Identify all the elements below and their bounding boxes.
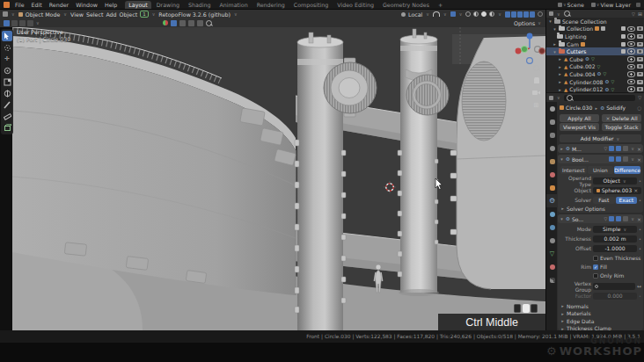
expand-icon[interactable]: ▸ <box>558 87 562 92</box>
toggle-stack-button[interactable]: Toggle Stack <box>602 123 641 131</box>
render-visibility-icon[interactable] <box>637 49 643 54</box>
navigation-gizmo[interactable] <box>513 32 546 65</box>
shading-rendered-icon[interactable] <box>489 11 494 17</box>
gizmo-toggle-icon[interactable] <box>538 11 543 17</box>
animate-dot-icon[interactable]: • <box>639 236 641 242</box>
tool-option-icon[interactable] <box>4 20 10 26</box>
menu-select[interactable]: Select <box>86 11 103 18</box>
active-addon-icon[interactable] <box>171 20 177 26</box>
display-mode-icon[interactable] <box>549 11 553 16</box>
outliner-row-collection[interactable]: ▾ Collection <box>546 25 644 33</box>
operand-type-dropdown[interactable]: Object ∨ <box>593 177 637 185</box>
only-rim-checkbox[interactable] <box>593 273 598 279</box>
hide-eye-icon[interactable] <box>627 71 635 77</box>
outliner-row-cube-002[interactable]: ▸ ▲ Cube.002 ▽ <box>546 63 644 71</box>
panel-normals[interactable]: ▸ Normals <box>560 302 640 309</box>
properties-search-input[interactable] <box>564 95 635 101</box>
tool-annotate[interactable] <box>2 99 12 110</box>
pin-icon[interactable]: ○ <box>637 105 641 111</box>
outliner-row-cutters[interactable]: ▾ Cutters <box>546 47 644 55</box>
chevron-down-icon[interactable]: ∨ <box>596 2 600 7</box>
mode-dropdown[interactable]: Object Mode <box>26 11 61 18</box>
add-modifier-dropdown[interactable]: Add Modifier ∨ <box>560 134 641 142</box>
tool-move[interactable]: ✛ <box>2 54 12 64</box>
hide-eye-icon[interactable] <box>627 41 635 47</box>
operation-intersect[interactable]: Intersect <box>560 166 587 174</box>
offset-field[interactable]: -1.0000 <box>593 245 637 252</box>
expand-icon[interactable]: ▾ <box>553 26 557 32</box>
outliner-row-cylinder-008[interactable]: ▸ ▲ Cylinder.008 ⚙ ▽ <box>546 78 644 86</box>
render-toggle[interactable] <box>616 156 621 162</box>
apply-all-button[interactable]: Apply All <box>560 114 599 122</box>
extras-menu-icon[interactable]: ∨ <box>631 156 634 162</box>
extra-toggle[interactable] <box>623 216 628 221</box>
hide-eye-icon[interactable] <box>627 79 635 85</box>
exclude-checkbox[interactable] <box>621 49 626 54</box>
overlay-toggles[interactable] <box>505 11 535 18</box>
retopoflow-dropdown[interactable]: RetopoFlow 3.2.6 (github) <box>158 11 231 18</box>
search-icon[interactable] <box>564 11 570 17</box>
viewport-vis-button[interactable]: Viewport Vis <box>560 123 599 131</box>
expand-icon[interactable]: ▸ <box>558 56 562 62</box>
viewport-3d[interactable] <box>12 27 545 330</box>
menu-view[interactable]: View <box>70 11 84 18</box>
close-icon[interactable]: × <box>637 156 641 163</box>
tool-option-icon[interactable] <box>11 20 18 26</box>
expand-icon[interactable]: ▸ <box>553 41 557 47</box>
panel-materials[interactable]: ▸ Materials <box>560 310 640 317</box>
animate-dot-icon[interactable]: • <box>639 178 641 184</box>
render-visibility-icon[interactable] <box>637 57 643 62</box>
extra-toggle[interactable] <box>623 156 628 162</box>
exclude-checkbox[interactable] <box>621 26 626 31</box>
realtime-toggle[interactable] <box>609 216 614 221</box>
edit-mode-toggle-icon[interactable]: ▽ <box>604 216 607 221</box>
expand-icon[interactable]: ▸ <box>558 64 562 69</box>
expand-icon[interactable]: ▾ <box>560 216 564 221</box>
hide-eye-icon[interactable] <box>627 26 635 33</box>
tool-select-box[interactable] <box>2 31 12 41</box>
render-visibility-icon[interactable] <box>637 42 643 47</box>
new-view-layer-icon[interactable] <box>636 3 640 7</box>
operation-difference[interactable]: Difference <box>614 166 640 174</box>
material-ball-icon[interactable] <box>163 20 168 25</box>
menu-file[interactable]: File <box>11 2 28 8</box>
factor-field[interactable]: 0.000 <box>593 293 637 300</box>
tool-option-icon[interactable] <box>27 20 33 26</box>
tab-rendering[interactable]: Rendering <box>253 1 289 9</box>
mode-dropdown[interactable]: Simple ∨ <box>593 226 637 233</box>
tab-compositing[interactable]: Compositing <box>290 1 332 9</box>
extras-menu-icon[interactable]: ∨ <box>631 216 634 221</box>
menu-edit[interactable]: Edit <box>28 2 46 8</box>
active-collection-badge[interactable]: 1 <box>140 11 149 18</box>
delete-all-button[interactable]: × Delete All <box>602 114 641 122</box>
tool-cursor[interactable] <box>2 42 12 53</box>
exclude-checkbox[interactable] <box>621 42 626 47</box>
expand-icon[interactable]: ▾ <box>560 156 564 162</box>
tool-measure[interactable] <box>2 111 12 121</box>
close-icon[interactable]: × <box>637 146 641 152</box>
outliner-row-lighting[interactable]: Lighting <box>546 33 644 40</box>
filter-icon[interactable]: ▽ <box>632 11 635 17</box>
render-toggle[interactable] <box>616 146 621 151</box>
outliner-row-scene-collection[interactable]: ▾ Scene Collection <box>546 18 644 25</box>
tab-animation[interactable]: Animation <box>216 1 252 9</box>
render-visibility-icon[interactable] <box>637 72 643 76</box>
expand-icon[interactable]: ▸ <box>558 79 562 84</box>
hide-eye-icon[interactable] <box>627 56 635 62</box>
editor-type-icon[interactable] <box>3 11 8 17</box>
vertex-group-field[interactable] <box>593 283 635 290</box>
expand-icon[interactable]: ▾ <box>553 49 557 54</box>
modifier-boolean-header[interactable]: ▾ ⚙ Bool... ∨ × <box>558 155 643 163</box>
menu-add[interactable]: Add <box>106 11 116 18</box>
shading-material-icon[interactable] <box>481 11 487 17</box>
even-thickness-checkbox[interactable] <box>593 256 598 261</box>
realtime-toggle[interactable] <box>609 146 614 151</box>
outliner-row-cube-004[interactable]: ▸ ▲ Cube.004 ⚙ ▽ <box>546 70 644 78</box>
tab-geometry-nodes[interactable]: Geometry Nodes <box>379 1 433 9</box>
modifier-name[interactable]: So... <box>572 216 583 222</box>
tool-transform[interactable] <box>2 88 12 98</box>
expand-icon[interactable]: ▸ <box>558 71 562 76</box>
camera-view-icon[interactable] <box>531 88 541 98</box>
editor-type-icon[interactable] <box>549 96 553 100</box>
rim-fill-checkbox[interactable]: ✓ <box>593 264 598 270</box>
